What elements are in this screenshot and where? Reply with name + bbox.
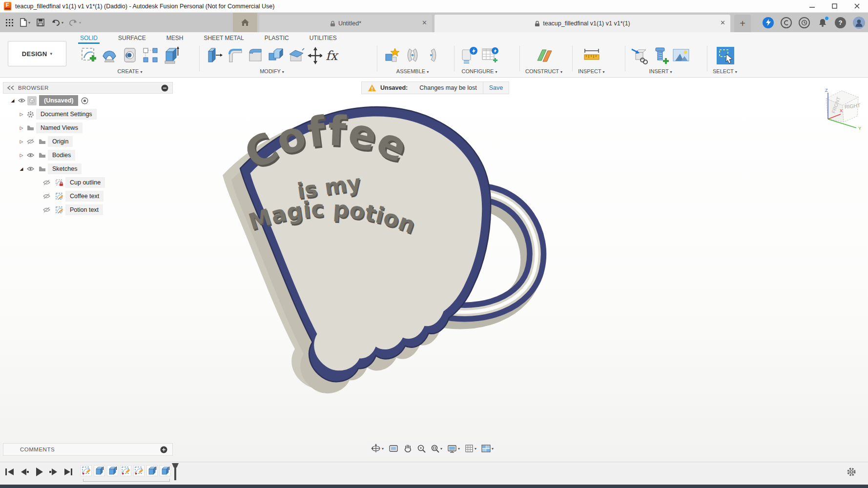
tab-close-icon[interactable]: ✕ [720, 20, 725, 26]
new-tab-button[interactable]: + [734, 15, 751, 32]
visibility-eye-icon[interactable] [24, 166, 36, 171]
browser-row-origin[interactable]: ▷ Origin [3, 135, 173, 148]
app-grid-icon[interactable] [3, 15, 16, 30]
press-pull-icon[interactable] [205, 45, 224, 66]
timeline-feature-extrude[interactable] [94, 465, 105, 476]
new-component-icon[interactable] [383, 45, 401, 66]
comments-panel[interactable]: COMMENTS [3, 443, 173, 456]
look-at-icon[interactable] [389, 445, 398, 452]
job-status-icon[interactable] [799, 17, 810, 28]
close-button[interactable] [846, 0, 868, 12]
document-tab-teacup[interactable]: teacup_filledfinal v1(1) v1 v1*(1) ✕ [434, 15, 730, 32]
browser-row-bodies[interactable]: ▷ Bodies [3, 148, 173, 162]
browser-row-cup-outline[interactable]: Cup outline [3, 176, 173, 189]
group-label-inspect[interactable]: INSPECT ▾ [578, 68, 605, 74]
timeline-feature-sketch[interactable] [81, 465, 92, 476]
expander-expanded-icon[interactable]: ◢ [10, 98, 16, 103]
tab-solid[interactable]: SOLID [78, 34, 100, 42]
activate-component-icon[interactable] [80, 97, 89, 104]
create-sketch-icon[interactable] [80, 45, 98, 66]
expander-collapsed-icon[interactable]: ▷ [19, 153, 24, 158]
group-label-insert[interactable]: INSERT ▾ [649, 68, 672, 74]
group-label-modify[interactable]: MODIFY ▾ [260, 68, 284, 74]
tab-close-icon[interactable]: ✕ [422, 20, 427, 26]
zoom-icon[interactable] [417, 444, 426, 453]
pattern-icon[interactable] [141, 45, 160, 66]
insert-fastener-icon[interactable] [651, 45, 670, 66]
combine-icon[interactable] [267, 45, 285, 66]
expander-collapsed-icon[interactable]: ▷ [19, 125, 24, 130]
insert-derive-icon[interactable] [631, 45, 649, 66]
visibility-eye-icon[interactable] [16, 98, 27, 103]
browser-row-coffee-text[interactable]: Coffee text [3, 189, 173, 203]
browser-item-label[interactable]: Sketches [48, 163, 82, 174]
browser-item-label[interactable]: Bodies [48, 150, 75, 161]
display-settings-icon[interactable]: ▾ [447, 445, 460, 453]
extrude-icon[interactable] [162, 45, 180, 66]
revolve-icon[interactable] [100, 45, 119, 66]
file-menu-icon[interactable]: ▾ [19, 15, 31, 30]
collaborate-icon[interactable] [781, 17, 792, 28]
group-label-configure[interactable]: CONFIGURE ▾ [461, 68, 497, 74]
visibility-eye-icon[interactable] [24, 153, 36, 158]
chamfer-icon[interactable] [246, 45, 265, 66]
move-copy-icon[interactable] [308, 45, 322, 66]
play-icon[interactable] [33, 466, 45, 478]
tab-sheet-metal[interactable]: SHEET METAL [202, 34, 246, 42]
browser-row-document-settings[interactable]: ▷ Document Settings [3, 107, 173, 121]
browser-row-potion-text[interactable]: Potion text [3, 203, 173, 217]
browser-item-label[interactable]: Origin [48, 136, 73, 147]
as-built-joint-icon[interactable] [424, 45, 442, 66]
notifications-icon[interactable] [817, 17, 828, 28]
measure-icon[interactable] [582, 45, 600, 66]
browser-item-label[interactable]: Cup outline [65, 177, 105, 188]
visibility-off-icon[interactable] [40, 180, 53, 185]
model-canvas[interactable]: Unsaved: Changes may be lost Save BROWSE… [0, 78, 868, 462]
browser-item-label[interactable]: Document Settings [36, 109, 97, 120]
configuration-icon[interactable] [460, 45, 478, 66]
browser-row-named-views[interactable]: ▷ Named Views [3, 121, 173, 135]
browser-item-label[interactable]: Potion text [65, 204, 103, 215]
workspace-selector[interactable]: DESIGN▾ [8, 41, 66, 66]
tab-mesh[interactable]: MESH [165, 34, 186, 42]
pan-icon[interactable] [403, 444, 412, 453]
tab-surface[interactable]: SURFACE [116, 34, 148, 42]
fit-icon[interactable]: ▾ [431, 444, 442, 453]
timeline-feature-extrude[interactable] [160, 465, 171, 476]
timeline-settings-gear-icon[interactable] [847, 467, 856, 479]
hole-icon[interactable] [121, 45, 139, 66]
step-back-icon[interactable] [19, 466, 30, 478]
visibility-off-icon[interactable] [24, 139, 36, 144]
browser-item-label[interactable]: Named Views [36, 122, 83, 133]
step-forward-icon[interactable] [48, 466, 60, 478]
browser-row-sketches[interactable]: ◢ Sketches [3, 162, 173, 176]
redo-icon[interactable]: ▾ [67, 15, 82, 30]
canvas-icon[interactable] [672, 45, 690, 66]
browser-item-label[interactable]: Coffee text [65, 191, 103, 202]
timeline-feature-sketch[interactable] [133, 465, 145, 476]
help-icon[interactable]: ? [835, 17, 846, 28]
tab-plastic[interactable]: PLASTIC [263, 34, 291, 42]
go-to-end-icon[interactable] [62, 466, 74, 478]
visibility-off-icon[interactable] [40, 193, 53, 199]
joint-icon[interactable] [403, 45, 422, 66]
fillet-icon[interactable] [226, 45, 244, 66]
select-icon[interactable] [716, 45, 734, 66]
view-cube[interactable]: FRONT RIGHT Z Y X [816, 84, 865, 131]
collapse-panel-icon[interactable] [7, 85, 14, 90]
viewcube-right-label[interactable]: RIGHT [844, 102, 861, 109]
orbit-icon[interactable]: ▾ [371, 444, 384, 453]
expand-comments-icon[interactable] [160, 446, 167, 453]
maximize-button[interactable] [823, 0, 846, 12]
undo-icon[interactable]: ▾ [50, 15, 64, 30]
construct-plane-icon[interactable] [535, 45, 553, 66]
viewports-icon[interactable]: ▾ [481, 445, 494, 452]
timeline-feature-sketch[interactable] [120, 465, 131, 476]
expander-expanded-icon[interactable]: ◢ [19, 166, 24, 171]
minimize-button[interactable] [801, 0, 823, 12]
timeline-feature-extrude[interactable] [146, 465, 158, 476]
expander-collapsed-icon[interactable]: ▷ [19, 112, 24, 117]
configuration-table-icon[interactable] [480, 45, 499, 66]
document-tab-untitled[interactable]: Untitled* ✕ [259, 15, 432, 32]
save-icon[interactable] [34, 15, 47, 30]
